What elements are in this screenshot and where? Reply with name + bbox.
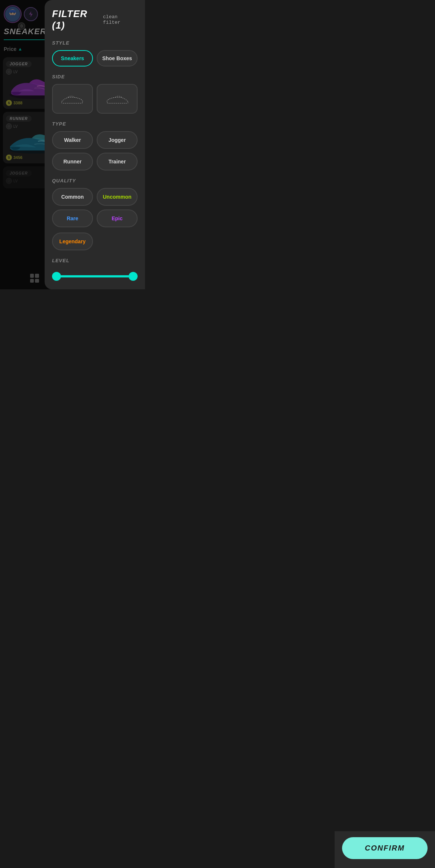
level-section	[45, 266, 145, 289]
side-section-label: SIDE	[45, 71, 145, 82]
walker-button[interactable]: Walker	[52, 131, 93, 149]
slider-thumb-right[interactable]	[129, 272, 138, 281]
filter-title: FILTER (1)	[52, 8, 103, 31]
side-options	[45, 82, 145, 118]
shoe-boxes-button[interactable]: Shoe Boxes	[97, 50, 138, 66]
uncommon-button[interactable]: Uncommon	[97, 188, 138, 206]
level-section-label: LEVEL	[45, 255, 145, 266]
jogger-button[interactable]: Jogger	[97, 131, 138, 149]
right-shoe-button[interactable]	[97, 84, 138, 114]
slider-thumb-left[interactable]	[52, 272, 61, 281]
style-section-label: STYLE	[45, 37, 145, 49]
screen: 0 SNEAKERS Price ▲ JOGGER ⊘ LV	[0, 0, 145, 289]
common-button[interactable]: Common	[52, 188, 93, 206]
trainer-button[interactable]: Trainer	[97, 153, 138, 170]
runner-button[interactable]: Runner	[52, 153, 93, 170]
quality-options: Common Uncommon Rare Epic	[45, 186, 145, 229]
clean-filter-button[interactable]: clean filter	[103, 14, 138, 25]
epic-button[interactable]: Epic	[97, 209, 138, 227]
quality-section-label: QUALITY	[45, 175, 145, 186]
sneakers-button[interactable]: Sneakers	[52, 50, 93, 66]
level-slider-track[interactable]	[52, 275, 138, 277]
style-options: Sneakers Shoe Boxes	[45, 49, 145, 71]
legendary-row: Legendary	[45, 233, 145, 255]
rare-button[interactable]: Rare	[52, 209, 93, 227]
type-options: Walker Jogger Runner Trainer	[45, 130, 145, 175]
slider-fill	[52, 275, 138, 277]
filter-header: FILTER (1) clean filter	[45, 0, 145, 37]
left-shoe-button[interactable]	[52, 84, 93, 114]
legendary-button[interactable]: Legendary	[52, 233, 93, 250]
filter-panel: FILTER (1) clean filter STYLE Sneakers S…	[45, 0, 145, 289]
type-section-label: TYPE	[45, 118, 145, 130]
